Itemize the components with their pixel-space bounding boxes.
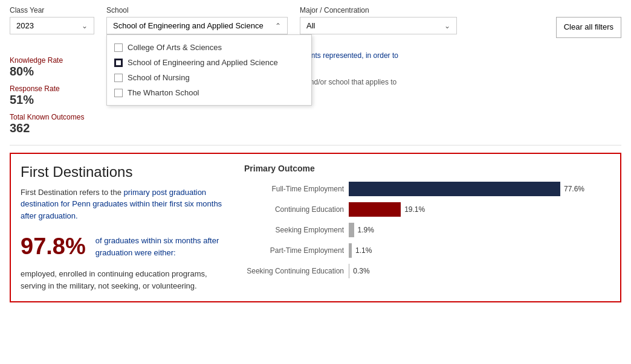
knowledge-rate-label: Knowledge Rate bbox=[10, 56, 106, 65]
fd-right-panel: Primary Outcome Full-Time Employment77.6… bbox=[226, 164, 610, 292]
bar-fill bbox=[349, 202, 401, 217]
bar-container: 1.9% bbox=[349, 223, 610, 237]
response-rate-group: Response Rate 51% bbox=[10, 85, 106, 107]
response-rate-label: Response Rate bbox=[10, 85, 106, 93]
class-year-value: 2023 bbox=[16, 21, 34, 30]
school-value: School of Engineering and Applied Scienc… bbox=[113, 21, 264, 30]
bar-row: Seeking Employment1.9% bbox=[244, 223, 610, 237]
clear-filters-button[interactable]: Clear all filters bbox=[556, 17, 621, 38]
total-outcomes-label: Total Known Outcomes bbox=[10, 113, 106, 121]
bar-fill bbox=[349, 243, 352, 258]
school-option-nursing-label: School of Nursing bbox=[128, 73, 190, 82]
chevron-down-icon: ⌄ bbox=[82, 22, 88, 30]
bar-row: Part-Time Employment1.1% bbox=[244, 243, 610, 258]
school-label: School bbox=[106, 6, 288, 14]
fd-description: First Destination refers to the primary … bbox=[21, 187, 226, 222]
bar-label: Seeking Employment bbox=[244, 226, 344, 234]
bar-label: Seeking Continuing Education bbox=[244, 267, 344, 275]
school-option-nursing[interactable]: School of Nursing bbox=[107, 70, 311, 85]
chevron-down-icon-major: ⌄ bbox=[444, 22, 450, 30]
total-outcomes-value: 362 bbox=[10, 121, 106, 135]
bar-label: Full-Time Employment bbox=[244, 185, 344, 193]
school-option-wharton[interactable]: The Wharton School bbox=[107, 85, 311, 100]
school-dropdown-menu: College Of Arts & Sciences School of Eng… bbox=[106, 34, 312, 106]
school-option-arts[interactable]: College Of Arts & Sciences bbox=[107, 40, 311, 55]
bar-container: 19.1% bbox=[349, 202, 610, 217]
bar-fill bbox=[349, 182, 560, 196]
bar-row: Full-Time Employment77.6% bbox=[244, 182, 610, 196]
bar-row: Seeking Continuing Education0.3% bbox=[244, 264, 610, 278]
fd-percentage: 97.8% bbox=[21, 234, 86, 260]
checkbox-engineering[interactable] bbox=[114, 59, 123, 67]
bar-label: Continuing Education bbox=[244, 205, 344, 214]
bar-label: Part-Time Employment bbox=[244, 246, 344, 255]
school-option-wharton-label: The Wharton School bbox=[128, 88, 199, 97]
major-value: All bbox=[306, 21, 315, 30]
total-outcomes-group: Total Known Outcomes 362 bbox=[10, 113, 106, 135]
fd-desc-highlight: primary post graduation destination for … bbox=[21, 188, 222, 220]
chevron-up-icon: ⌃ bbox=[275, 22, 281, 30]
fd-highlight-row: 97.8% of graduates within six months aft… bbox=[21, 234, 226, 260]
school-option-engineering-label: School of Engineering and Applied Scienc… bbox=[128, 58, 278, 67]
bar-value-label: 19.1% bbox=[404, 205, 425, 214]
bar-container: 77.6% bbox=[349, 182, 610, 196]
school-option-arts-label: College Of Arts & Sciences bbox=[128, 43, 222, 52]
bar-row: Continuing Education19.1% bbox=[244, 202, 610, 217]
major-label: Major / Concentration bbox=[300, 6, 457, 14]
bar-container: 1.1% bbox=[349, 243, 610, 258]
section-divider bbox=[10, 145, 621, 145]
bar-value-label: 0.3% bbox=[353, 267, 369, 275]
major-filter: Major / Concentration All ⌄ bbox=[300, 6, 457, 34]
major-dropdown[interactable]: All ⌄ bbox=[300, 17, 457, 34]
knowledge-rate-value: 80% bbox=[10, 65, 106, 78]
school-filter: School School of Engineering and Applied… bbox=[106, 6, 288, 34]
primary-outcome-chart: Full-Time Employment77.6%Continuing Educ… bbox=[244, 182, 610, 278]
bar-value-label: 1.9% bbox=[358, 226, 374, 234]
school-option-engineering[interactable]: School of Engineering and Applied Scienc… bbox=[107, 55, 311, 70]
fd-footnote: employed, enrolled in continuing educati… bbox=[21, 268, 226, 292]
fd-title: First Destinations bbox=[21, 164, 226, 180]
class-year-label: Class Year bbox=[10, 6, 94, 14]
bar-value-label: 77.6% bbox=[564, 185, 584, 193]
bar-value-label: 1.1% bbox=[355, 246, 372, 255]
class-year-filter: Class Year 2023 ⌄ bbox=[10, 6, 94, 34]
bar-container: 0.3% bbox=[349, 264, 610, 278]
response-rate-value: 51% bbox=[10, 93, 106, 107]
stats-section: Knowledge Rate 80% Response Rate 51% Tot… bbox=[10, 56, 106, 135]
fd-pct-description: of graduates within six months after gra… bbox=[95, 235, 226, 258]
knowledge-rate-group: Knowledge Rate 80% bbox=[10, 56, 106, 78]
checkbox-nursing[interactable] bbox=[114, 74, 123, 82]
bar-fill bbox=[349, 264, 349, 278]
checkbox-arts[interactable] bbox=[114, 43, 123, 52]
first-destinations-section: First Destinations First Destination ref… bbox=[10, 153, 621, 303]
chart-title: Primary Outcome bbox=[244, 164, 610, 173]
bar-fill bbox=[349, 223, 354, 237]
checkbox-wharton[interactable] bbox=[114, 89, 123, 97]
school-dropdown[interactable]: School of Engineering and Applied Scienc… bbox=[106, 17, 288, 34]
class-year-dropdown[interactable]: 2023 ⌄ bbox=[10, 17, 94, 34]
fd-left-panel: First Destinations First Destination ref… bbox=[21, 164, 226, 292]
